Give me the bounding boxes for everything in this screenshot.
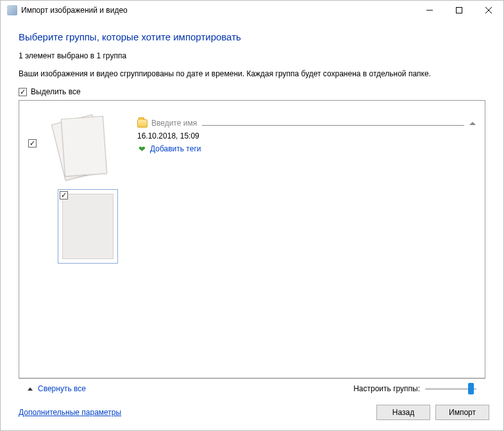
selection-status: 1 элемент выбрано в 1 группа — [19, 51, 485, 60]
import-button[interactable]: Импорт — [435, 405, 489, 420]
add-tags-link[interactable]: Добавить теги — [150, 144, 201, 153]
svg-rect-1 — [457, 8, 462, 13]
group-name-input[interactable]: Введите имя — [151, 119, 197, 128]
folder-icon — [137, 119, 147, 128]
group-checkbox[interactable] — [28, 139, 37, 148]
thumbnail-checkbox[interactable] — [60, 191, 68, 199]
window-title: Импорт изображений и видео — [21, 6, 128, 15]
minimize-button[interactable] — [415, 1, 444, 20]
more-options-link[interactable]: Дополнительные параметры — [19, 408, 121, 417]
collapse-group-icon[interactable] — [469, 122, 476, 125]
adjust-groups-label: Настроить группы: — [353, 384, 420, 393]
thumbnail-image — [62, 194, 113, 259]
group-stack-icon — [58, 116, 109, 180]
page-heading: Выберите группы, которые хотите импортир… — [19, 31, 485, 42]
group-datetime: 16.10.2018, 15:09 — [137, 131, 199, 140]
thumbnail-item[interactable] — [58, 189, 118, 264]
list-bottom-bar: Свернуть все Настроить группы: — [19, 378, 485, 398]
tag-icon: ❤ — [137, 144, 146, 153]
select-all-checkbox[interactable] — [19, 88, 27, 96]
groups-list: Введите имя 16.10.2018, 15:09 ❤ Добавить… — [19, 100, 485, 378]
footer: Дополнительные параметры Назад Импорт — [1, 398, 503, 430]
chevron-up-icon — [28, 387, 33, 391]
group-size-slider[interactable] — [425, 383, 476, 394]
group-row: Введите имя 16.10.2018, 15:09 ❤ Добавить… — [28, 112, 476, 180]
close-button[interactable] — [474, 1, 503, 20]
collapse-all-link[interactable]: Свернуть все — [38, 384, 86, 393]
maximize-button[interactable] — [444, 1, 474, 20]
select-all-label: Выделить все — [31, 87, 81, 96]
titlebar: Импорт изображений и видео — [1, 1, 503, 20]
back-button[interactable]: Назад — [376, 405, 430, 420]
description-text: Ваши изображения и видео сгруппированы п… — [19, 69, 485, 78]
app-icon — [7, 5, 17, 15]
